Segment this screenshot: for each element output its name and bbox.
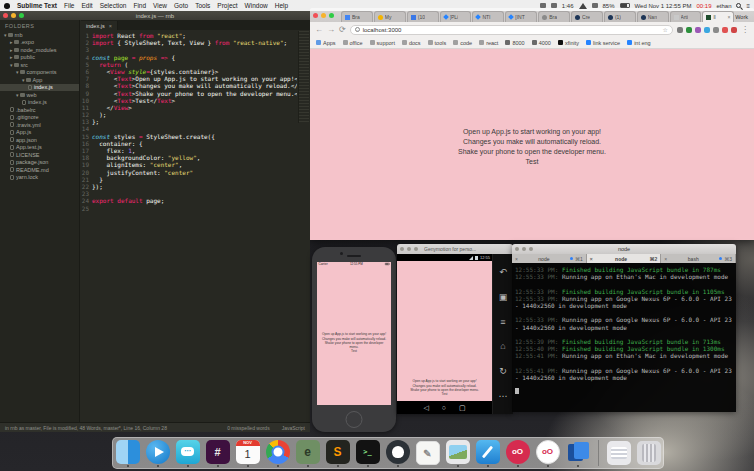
bookmark-code[interactable]: code: [453, 40, 472, 46]
keyboard-icon[interactable]: [540, 3, 546, 8]
menu-clock[interactable]: Wed Nov 1 12:55 PM: [635, 3, 692, 9]
spotlight-search-icon[interactable]: [736, 3, 741, 8]
bookmark-4000[interactable]: 4000: [532, 40, 551, 46]
chrome-tab-1[interactable]: (1): [604, 11, 636, 22]
bookmark-office[interactable]: office: [343, 40, 363, 46]
genymotion-title-bar[interactable]: Genymotion for perso...: [397, 244, 513, 254]
tree-item-index-js[interactable]: index.js: [0, 84, 79, 92]
dock-item-finder[interactable]: [115, 440, 141, 467]
menu-icon[interactable]: ≡: [500, 317, 505, 327]
android-screen[interactable]: Open up App.js to start working on your …: [397, 261, 492, 401]
tree-item-app-json[interactable]: app.json: [0, 136, 79, 144]
android-back-icon[interactable]: ◁: [423, 404, 428, 412]
tab-close-icon[interactable]: ×: [515, 256, 518, 262]
menu-window[interactable]: Window: [245, 2, 268, 9]
menu-project[interactable]: Project: [217, 2, 237, 9]
tree-item-app[interactable]: ▾App: [0, 76, 79, 84]
terminal-title-bar[interactable]: node: [512, 244, 736, 254]
chrome-tab-nan[interactable]: Nan: [637, 11, 669, 22]
dock-item-iterm[interactable]: >_: [355, 440, 381, 467]
sublime-title-bar[interactable]: index.js — rnb: [0, 11, 310, 20]
terminal-tab-node[interactable]: ×node⌘1: [512, 254, 587, 263]
extension-icon-5[interactable]: [713, 27, 719, 33]
chrome-tab-arti[interactable]: Arti: [670, 11, 702, 22]
menu-selection[interactable]: Selection: [100, 2, 127, 9]
tree-item-readme-md[interactable]: README.md: [0, 166, 79, 174]
tab-close-icon[interactable]: ×: [590, 256, 593, 262]
android-home-icon[interactable]: ○: [442, 404, 446, 411]
dock-item-trash[interactable]: [636, 441, 662, 465]
apple-logo-icon[interactable]: [4, 3, 10, 9]
tree-item-license[interactable]: LICENSE: [0, 151, 79, 159]
display-icon[interactable]: [551, 3, 557, 8]
iphone-screen[interactable]: Carrier 12:55 PM Open up App.js to start…: [317, 262, 391, 405]
profile-name[interactable]: Work: [735, 14, 751, 22]
dock-item-xcode[interactable]: [475, 440, 501, 467]
minimize-window-button[interactable]: [321, 13, 326, 18]
extension-icon-2[interactable]: [686, 27, 692, 33]
android-recents-icon[interactable]: ▢: [459, 404, 466, 412]
url-text[interactable]: localhost:3000: [363, 27, 402, 33]
recording-timer[interactable]: 00:19: [696, 3, 711, 9]
recents-icon[interactable]: ▣: [499, 292, 508, 302]
tab-index-js[interactable]: index.js ×: [81, 21, 118, 30]
tree-item-app-test-js[interactable]: App.test.js: [0, 144, 79, 152]
chrome-tab-nti[interactable]: NTI: [472, 11, 504, 22]
extension-icon-1[interactable]: [677, 27, 683, 33]
menu-help[interactable]: Help: [275, 2, 288, 9]
extension-icon-7[interactable]: [731, 27, 737, 33]
bookmark-link-service[interactable]: link service: [586, 40, 620, 46]
dock-item-genymotion-player-red[interactable]: oO: [505, 440, 531, 467]
chrome-tab-10[interactable]: (10: [407, 11, 439, 22]
chrome-tab-ll[interactable]: ll×: [702, 11, 734, 22]
extension-icon-4[interactable]: [704, 27, 710, 33]
tree-item-src[interactable]: ▾src: [0, 61, 79, 69]
tab-close-icon[interactable]: ×: [727, 14, 730, 20]
syntax-status[interactable]: JavaScript: [282, 425, 305, 431]
dock-item-preview[interactable]: [445, 440, 471, 467]
zoom-window-button[interactable]: [19, 13, 24, 18]
volume-icon[interactable]: [592, 3, 598, 8]
tree-item--gitignore[interactable]: .gitignore: [0, 114, 79, 122]
menu-view[interactable]: View: [153, 2, 167, 9]
chrome-tab-cre[interactable]: Cre: [571, 11, 603, 22]
dock-item-calendar[interactable]: NOV1: [235, 440, 261, 467]
menu-edit[interactable]: Edit: [81, 2, 92, 9]
menu-tools[interactable]: Tools: [195, 2, 210, 9]
bookmark-xfinity[interactable]: xfinity: [558, 40, 579, 46]
notification-center-icon[interactable]: ≡: [746, 3, 750, 9]
bookmark-docs[interactable]: docs: [402, 40, 421, 46]
tab-close-icon[interactable]: ×: [664, 256, 667, 262]
browser-viewport[interactable]: Open up App.js to start working on your …: [310, 49, 754, 240]
chrome-tab-bra[interactable]: Bra: [341, 11, 373, 22]
close-window-button[interactable]: [3, 13, 8, 18]
tree-item--travis-yml[interactable]: .travis.yml: [0, 121, 79, 129]
menu-file[interactable]: File: [64, 2, 74, 9]
dock-item-chrome[interactable]: [265, 440, 291, 467]
dock-item-github[interactable]: [385, 440, 411, 467]
minimize-window-button[interactable]: [11, 13, 16, 18]
chrome-tab-bra[interactable]: Bra: [538, 11, 570, 22]
extension-icon-3[interactable]: [695, 27, 701, 33]
terminal-tab-node[interactable]: ×node⌘2: [587, 254, 662, 263]
tab-close-icon[interactable]: ×: [109, 23, 112, 29]
dock-item-airmail[interactable]: [145, 440, 171, 467]
tree-item-index-js[interactable]: index.js: [0, 99, 79, 107]
chrome-tab-my[interactable]: My: [374, 11, 406, 22]
more-icon[interactable]: ⋯: [499, 391, 508, 401]
bookmark-int-eng[interactable]: int eng: [627, 40, 651, 46]
back-button[interactable]: ←: [315, 26, 323, 34]
close-window-button[interactable]: [313, 13, 318, 18]
dock-item-notes[interactable]: ✎: [415, 441, 441, 465]
rotate-icon[interactable]: ↻: [499, 366, 507, 376]
menu-goto[interactable]: Goto: [174, 2, 188, 9]
bookmark-support[interactable]: support: [370, 40, 395, 46]
extension-icon-6[interactable]: [722, 27, 728, 33]
home-icon[interactable]: ⌂: [500, 341, 505, 351]
tree-item-yarn-lock[interactable]: yarn.lock: [0, 174, 79, 182]
wifi-icon[interactable]: [579, 3, 587, 9]
minimap[interactable]: [298, 31, 309, 123]
terminal-tab-bash[interactable]: ×bash⌘3: [661, 254, 736, 263]
chrome-menu-icon[interactable]: ⋮: [741, 26, 749, 34]
bookmark-8000[interactable]: 8000: [505, 40, 524, 46]
